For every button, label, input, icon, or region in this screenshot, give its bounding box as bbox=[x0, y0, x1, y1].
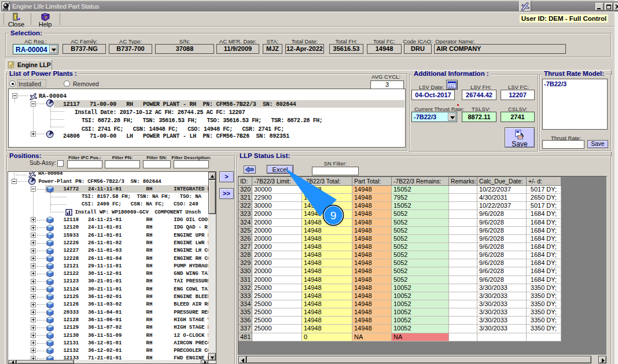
svg-text:9: 9 bbox=[330, 209, 337, 222]
svg-text:?: ? bbox=[45, 15, 47, 20]
